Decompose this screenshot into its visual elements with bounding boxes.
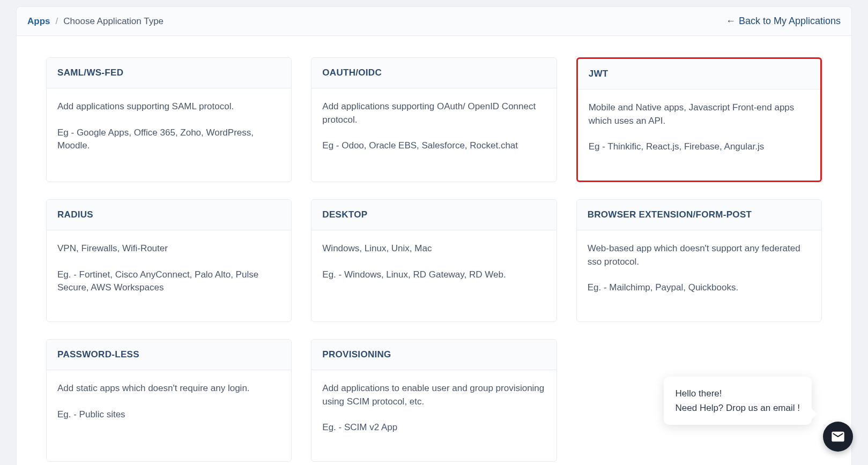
card-body: Add applications supporting OAuth/ OpenI…: [311, 88, 556, 179]
card-title: BROWSER EXTENSION/FORM-POST: [588, 209, 811, 220]
card-header: RADIUS: [47, 200, 291, 230]
app-type-card-browser-extension-form-post[interactable]: BROWSER EXTENSION/FORM-POSTWeb-based app…: [576, 199, 822, 322]
app-type-card-jwt[interactable]: JWTMobile and Native apps, Javascript Fr…: [576, 57, 822, 182]
card-header: PASSWORD-LESS: [47, 340, 291, 370]
app-type-card-provisioning[interactable]: PROVISIONINGAdd applications to enable u…: [311, 339, 557, 462]
card-body: Add applications to enable user and grou…: [311, 370, 556, 461]
card-examples: Eg - Thinkific, React.js, Firebase, Angu…: [589, 140, 810, 154]
chat-popup-line1: Hello there!: [676, 386, 800, 401]
card-body: Mobile and Native apps, Javascript Front…: [578, 89, 820, 181]
card-title: OAUTH/OIDC: [322, 68, 545, 78]
arrow-left-icon: ←: [726, 16, 736, 27]
chat-popup: Hello there! Need Help? Drop us an email…: [664, 377, 812, 425]
card-header: SAML/WS-FED: [47, 58, 291, 88]
back-to-applications-link[interactable]: ← Back to My Applications: [726, 16, 841, 27]
card-description: Add applications supporting SAML protoco…: [57, 100, 280, 114]
breadcrumb: Apps / Choose Application Type: [27, 16, 164, 27]
breadcrumb-separator: /: [56, 16, 58, 27]
card-description: Add static apps which doesn't require an…: [57, 382, 280, 395]
card-examples: Eg - Google Apps, Office 365, Zoho, Word…: [57, 126, 280, 153]
card-description: Add applications to enable user and grou…: [322, 382, 545, 408]
card-examples: Eg. - Mailchimp, Paypal, Quickbooks.: [588, 281, 811, 295]
card-header: OAUTH/OIDC: [311, 58, 556, 88]
card-body: Web-based app which doesn't support any …: [577, 230, 821, 321]
card-title: RADIUS: [57, 209, 280, 220]
card-body: Windows, Linux, Unix, MacEg. - Windows, …: [311, 230, 556, 321]
card-header: PROVISIONING: [311, 340, 556, 370]
card-body: Add static apps which doesn't require an…: [47, 370, 291, 461]
card-examples: Eg - Odoo, Oracle EBS, Salesforce, Rocke…: [322, 139, 545, 153]
card-description: Web-based app which doesn't support any …: [588, 242, 811, 268]
mail-icon: [830, 429, 845, 444]
app-type-card-password-less[interactable]: PASSWORD-LESSAdd static apps which doesn…: [46, 339, 292, 462]
card-title: DESKTOP: [322, 209, 545, 220]
card-title: JWT: [589, 69, 810, 79]
card-header: BROWSER EXTENSION/FORM-POST: [577, 200, 821, 230]
card-description: Add applications supporting OAuth/ OpenI…: [322, 100, 545, 126]
card-examples: Eg. - Windows, Linux, RD Gateway, RD Web…: [322, 268, 545, 282]
card-examples: Eg. - Fortinet, Cisco AnyConnect, Palo A…: [57, 268, 280, 295]
card-title: PROVISIONING: [322, 349, 545, 360]
card-body: Add applications supporting SAML protoco…: [47, 88, 291, 179]
card-title: SAML/WS-FED: [57, 68, 280, 78]
back-link-label: Back to My Applications: [739, 16, 841, 27]
chat-button[interactable]: [823, 422, 853, 452]
breadcrumb-current: Choose Application Type: [63, 16, 164, 27]
card-description: Mobile and Native apps, Javascript Front…: [589, 101, 810, 128]
app-type-card-saml-ws-fed[interactable]: SAML/WS-FEDAdd applications supporting S…: [46, 57, 292, 182]
card-header: JWT: [578, 59, 820, 89]
app-type-card-radius[interactable]: RADIUSVPN, Firewalls, Wifi-RouterEg. - F…: [46, 199, 292, 322]
app-type-card-oauth-oidc[interactable]: OAUTH/OIDCAdd applications supporting OA…: [311, 57, 557, 182]
card-header: DESKTOP: [311, 200, 556, 230]
breadcrumb-root-link[interactable]: Apps: [27, 16, 50, 27]
panel-header: Apps / Choose Application Type ← Back to…: [17, 7, 851, 36]
app-type-card-desktop[interactable]: DESKTOPWindows, Linux, Unix, MacEg. - Wi…: [311, 199, 557, 322]
card-examples: Eg. - Public sites: [57, 408, 280, 422]
card-examples: Eg. - SCIM v2 App: [322, 421, 545, 434]
card-body: VPN, Firewalls, Wifi-RouterEg. - Fortine…: [47, 230, 291, 321]
card-description: VPN, Firewalls, Wifi-Router: [57, 242, 280, 256]
card-title: PASSWORD-LESS: [57, 349, 280, 360]
chat-popup-line2: Need Help? Drop us an email !: [676, 401, 800, 415]
card-description: Windows, Linux, Unix, Mac: [322, 242, 545, 256]
